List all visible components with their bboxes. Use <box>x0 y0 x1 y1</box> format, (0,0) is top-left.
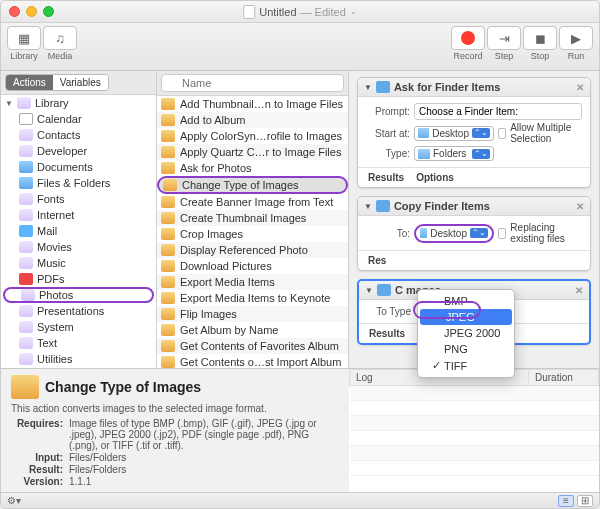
action-row[interactable]: Download Pictures <box>157 258 348 274</box>
options-tab[interactable]: Options <box>416 172 454 183</box>
results-tab[interactable]: Results <box>368 172 404 183</box>
disclosure-triangle-icon[interactable]: ▼ <box>5 99 13 108</box>
action-row[interactable]: Export Media Items to Keynote <box>157 290 348 306</box>
folder-popup[interactable]: Desktop⌃⌄ <box>414 126 494 141</box>
library-item[interactable]: Documents <box>1 159 156 175</box>
gear-menu-button[interactable]: ⚙︎▾ <box>7 495 21 506</box>
field-label: To Type <box>367 306 411 317</box>
duration-column-header[interactable]: Duration <box>529 370 599 386</box>
library-item[interactable]: Presentations <box>1 303 156 319</box>
log-view-switcher: ≡ ⊞ <box>558 495 593 507</box>
disclosure-triangle-icon[interactable]: ▼ <box>365 286 373 295</box>
workflow-action-header[interactable]: ▼Ask for Finder Items✕ <box>358 78 590 97</box>
category-icon <box>19 305 33 317</box>
library-item[interactable]: Contacts <box>1 127 156 143</box>
library-root[interactable]: ▼ Library <box>1 95 156 111</box>
stop-button[interactable]: ◼ Stop <box>523 26 557 61</box>
close-icon[interactable]: ✕ <box>576 82 584 93</box>
view-grid-icon[interactable]: ⊞ <box>577 495 593 507</box>
input-label: Input: <box>11 452 63 463</box>
disclosure-triangle-icon[interactable]: ▼ <box>364 83 372 92</box>
library-item[interactable]: Fonts <box>1 191 156 207</box>
workflow-action[interactable]: ▼Ask for Finder Items✕Prompt:Start at:De… <box>357 77 591 188</box>
run-button[interactable]: ▶ Run <box>559 26 593 61</box>
library-item[interactable]: Movies <box>1 239 156 255</box>
action-label: Get Contents of Favorites Album <box>180 340 339 352</box>
record-button[interactable]: Record <box>451 26 485 61</box>
dropdown-option-label: JPEG <box>446 311 475 323</box>
action-row[interactable]: Get Album by Name <box>157 322 348 338</box>
action-row[interactable]: Display Referenced Photo <box>157 242 348 258</box>
action-row[interactable]: Add Thumbnail…n to Image Files <box>157 96 348 112</box>
step-button[interactable]: ⇥ Step <box>487 26 521 61</box>
view-list-icon[interactable]: ≡ <box>558 495 574 507</box>
prompt-input[interactable] <box>414 103 582 120</box>
disclosure-triangle-icon[interactable]: ▼ <box>364 202 372 211</box>
action-label: Ask for Photos <box>180 162 252 174</box>
bottom-bar: ⚙︎▾ ≡ ⊞ <box>1 492 599 508</box>
close-window-button[interactable] <box>9 6 20 17</box>
workflow-action[interactable]: ▼Copy Finder Items✕To:Desktop⌃⌄Replacing… <box>357 196 591 271</box>
run-icon: ▶ <box>571 31 581 46</box>
log-pane: LogDuration <box>349 368 599 492</box>
action-row[interactable]: Create Banner Image from Text <box>157 194 348 210</box>
close-icon[interactable]: ✕ <box>575 285 583 296</box>
checkbox[interactable] <box>498 228 506 239</box>
action-row[interactable]: Export Media Items <box>157 274 348 290</box>
stop-icon: ◼ <box>535 31 546 46</box>
minimize-window-button[interactable] <box>26 6 37 17</box>
close-icon[interactable]: ✕ <box>576 201 584 212</box>
record-label: Record <box>451 51 485 61</box>
action-row[interactable]: Change Type of Images <box>157 176 348 194</box>
dropdown-option[interactable]: ✓TIFF <box>418 357 514 374</box>
library-item[interactable]: Internet <box>1 207 156 223</box>
title-chevron-icon[interactable]: ⌄ <box>350 7 357 16</box>
action-row[interactable]: Flip Images <box>157 306 348 322</box>
workflow-action-body: To:Desktop⌃⌄Replacing existing files <box>358 216 590 250</box>
category-icon <box>19 353 33 365</box>
media-toolbar-button[interactable]: ♫ Media <box>43 26 77 61</box>
folder-popup[interactable]: Desktop⌃⌄ <box>414 224 494 243</box>
dropdown-option[interactable]: BMP <box>418 293 514 309</box>
library-item-label: Photos <box>39 289 73 301</box>
library-item[interactable]: Photos <box>3 287 154 303</box>
library-item-label: PDFs <box>37 273 65 285</box>
results-tab[interactable]: Results <box>369 328 405 339</box>
library-item[interactable]: Mail <box>1 223 156 239</box>
dropdown-option[interactable]: JPEG <box>420 309 512 325</box>
action-row[interactable]: Crop Images <box>157 226 348 242</box>
library-item[interactable]: Files & Folders <box>1 175 156 191</box>
category-icon <box>19 273 33 285</box>
library-item-label: Text <box>37 337 57 349</box>
library-item[interactable]: PDFs <box>1 271 156 287</box>
library-item[interactable]: Calendar <box>1 111 156 127</box>
library-item[interactable]: Text <box>1 335 156 351</box>
action-row[interactable]: Apply Quartz C…r to Image Files <box>157 144 348 160</box>
checkbox[interactable] <box>498 128 506 139</box>
image-type-dropdown[interactable]: BMPJPEGJPEG 2000PNG✓TIFF <box>417 289 515 378</box>
tab-variables[interactable]: Variables <box>53 75 108 90</box>
category-icon <box>19 337 33 349</box>
zoom-window-button[interactable] <box>43 6 54 17</box>
action-row[interactable]: Create Thumbnail Images <box>157 210 348 226</box>
workflow-action-header[interactable]: ▼Copy Finder Items✕ <box>358 197 590 216</box>
action-row[interactable]: Get Contents of Favorites Album <box>157 338 348 354</box>
results-tab[interactable]: Res <box>368 255 386 266</box>
action-row[interactable]: Add to Album <box>157 112 348 128</box>
library-item[interactable]: Utilities <box>1 351 156 367</box>
library-toolbar-button[interactable]: ▦ Library <box>7 26 41 61</box>
search-input[interactable] <box>161 74 344 92</box>
library-item[interactable]: Developer <box>1 143 156 159</box>
action-row[interactable]: Ask for Photos <box>157 160 348 176</box>
dropdown-option[interactable]: JPEG 2000 <box>418 325 514 341</box>
library-item[interactable]: Music <box>1 255 156 271</box>
record-icon <box>461 31 475 45</box>
dropdown-option[interactable]: PNG <box>418 341 514 357</box>
tab-actions[interactable]: Actions <box>6 75 53 90</box>
checkbox-label: Replacing existing files <box>510 222 582 244</box>
library-root-label: Library <box>35 97 69 109</box>
action-row[interactable]: Apply ColorSyn…rofile to Images <box>157 128 348 144</box>
folder-popup[interactable]: Folders⌃⌄ <box>414 146 494 161</box>
result-value: Files/Folders <box>69 464 339 475</box>
library-item[interactable]: System <box>1 319 156 335</box>
